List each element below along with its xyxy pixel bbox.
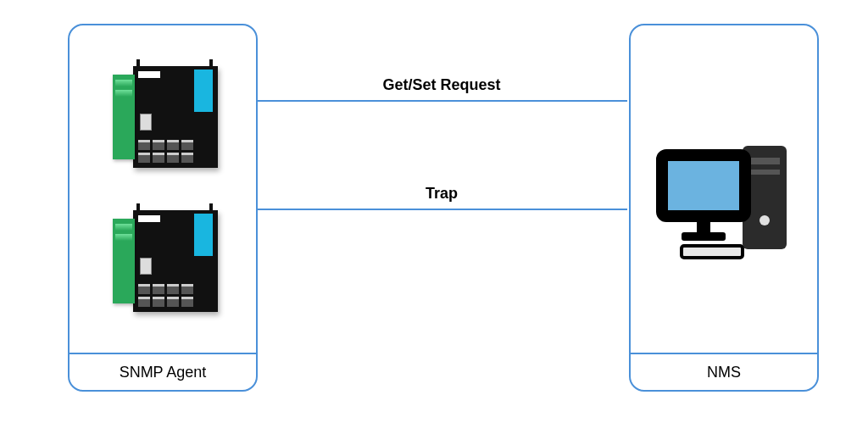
snmp-agent-label: SNMP Agent	[70, 354, 256, 390]
link-trap-label: Trap	[256, 185, 627, 203]
svg-rect-9	[682, 246, 743, 258]
svg-rect-7	[697, 219, 710, 232]
nms-label: NMS	[631, 354, 817, 390]
nms-node: NMS	[629, 24, 819, 392]
svg-point-3	[760, 215, 770, 225]
snmp-agent-node: SNMP Agent	[68, 24, 258, 392]
link-request-line	[256, 100, 627, 102]
router-device-icon	[99, 51, 226, 178]
link-trap-line	[256, 209, 627, 210]
svg-rect-2	[749, 170, 780, 175]
svg-rect-8	[682, 232, 726, 241]
svg-rect-1	[749, 158, 780, 164]
router-device-icon	[99, 195, 226, 322]
link-request-label: Get/Set Request	[256, 76, 627, 94]
computer-icon	[648, 119, 800, 271]
svg-rect-6	[668, 161, 739, 210]
